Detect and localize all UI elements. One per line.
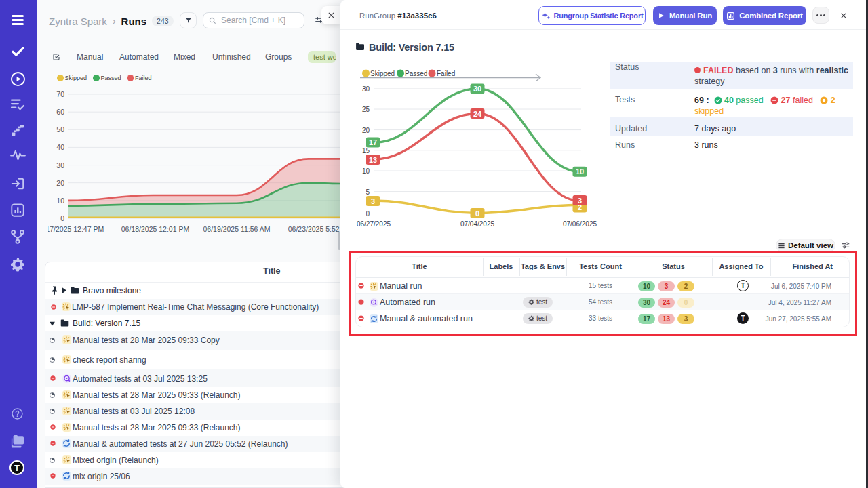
svg-text:0: 0 (475, 209, 479, 218)
svg-text:06/17/2025 12:47 PM: 06/17/2025 12:47 PM (48, 225, 104, 233)
svg-text:10: 10 (576, 167, 584, 176)
svg-text:06/18/2025 12:01 PM: 06/18/2025 12:01 PM (121, 225, 189, 233)
svg-text:20: 20 (362, 127, 370, 134)
svg-text:30: 30 (56, 161, 64, 169)
svg-text:25: 25 (362, 106, 370, 113)
svg-text:07/04/2025: 07/04/2025 (460, 220, 494, 228)
svg-text:5: 5 (366, 188, 370, 196)
svg-text:3: 3 (371, 197, 375, 205)
svg-text:17: 17 (369, 138, 377, 146)
svg-text:30: 30 (473, 85, 481, 93)
svg-text:30: 30 (362, 85, 370, 93)
svg-text:10: 10 (362, 167, 370, 175)
svg-text:06/27/2025: 06/27/2025 (357, 220, 391, 228)
svg-text:13: 13 (369, 156, 377, 164)
svg-text:24: 24 (473, 110, 482, 118)
svg-text:3: 3 (578, 197, 582, 205)
svg-text:0: 0 (366, 210, 370, 218)
svg-text:60: 60 (56, 108, 64, 116)
svg-text:Passed: Passed (405, 70, 427, 77)
svg-text:06/19/2025 11:56 AM: 06/19/2025 11:56 AM (203, 225, 270, 233)
svg-text:70: 70 (56, 90, 64, 98)
svg-text:Skipped: Skipped (370, 70, 395, 77)
svg-text:Failed: Failed (437, 70, 455, 77)
svg-text:10: 10 (56, 197, 64, 205)
svg-text:0: 0 (60, 214, 64, 222)
svg-text:20: 20 (56, 179, 64, 187)
svg-text:06/23/2025 5:52 PM: 06/23/2025 5:52 PM (288, 225, 340, 233)
svg-text:07/06/2025: 07/06/2025 (563, 220, 597, 228)
svg-text:50: 50 (56, 125, 64, 134)
svg-text:40: 40 (56, 143, 64, 151)
svg-text:15: 15 (362, 147, 370, 155)
